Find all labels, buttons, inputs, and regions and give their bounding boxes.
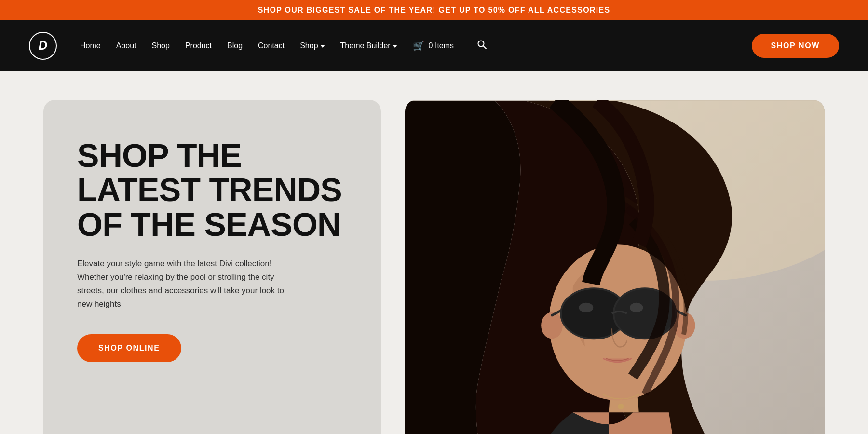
nav-item-product[interactable]: Product	[185, 41, 212, 50]
hero-card: SHOP THE LATEST TRENDS OF THE SEASON Ele…	[43, 100, 381, 434]
nav-link-theme-builder[interactable]: Theme Builder	[340, 41, 391, 50]
announcement-text: SHOP OUR BIGGEST SALE OF THE YEAR! GET U…	[258, 6, 610, 14]
hero-description: Elevate your style game with the latest …	[77, 257, 299, 311]
cart-label: 0 Items	[429, 41, 454, 50]
search-icon	[477, 40, 487, 49]
chevron-down-icon-2	[393, 45, 397, 48]
shop-online-button[interactable]: SHOP ONLINE	[77, 334, 181, 362]
navbar-left: D Home About Shop Product Blog Contact	[29, 32, 487, 60]
chevron-down-icon	[320, 45, 325, 48]
nav-item-blog[interactable]: Blog	[227, 41, 243, 50]
main-content: SHOP THE LATEST TRENDS OF THE SEASON Ele…	[0, 71, 868, 434]
search-button[interactable]	[477, 40, 487, 52]
navbar: D Home About Shop Product Blog Contact	[0, 20, 868, 71]
svg-point-13	[630, 303, 643, 312]
hero-image	[405, 100, 825, 434]
cart-icon: 🛒	[413, 40, 425, 52]
nav-item-shop-dropdown[interactable]: Shop	[300, 41, 325, 50]
nav-item-contact[interactable]: Contact	[258, 41, 285, 50]
nav-link-shop[interactable]: Shop	[152, 41, 170, 50]
svg-point-14	[618, 404, 624, 409]
announcement-bar: SHOP OUR BIGGEST SALE OF THE YEAR! GET U…	[0, 0, 868, 20]
nav-item-theme-builder[interactable]: Theme Builder	[340, 41, 397, 50]
nav-link-blog[interactable]: Blog	[227, 41, 243, 50]
logo[interactable]: D	[29, 32, 57, 60]
nav-links: Home About Shop Product Blog Contact Sho…	[80, 40, 487, 52]
nav-item-cart[interactable]: 🛒 0 Items	[413, 40, 454, 52]
nav-link-shop-dropdown[interactable]: Shop	[300, 41, 318, 50]
nav-item-shop[interactable]: Shop	[152, 41, 170, 50]
nav-link-contact[interactable]: Contact	[258, 41, 285, 50]
nav-link-product[interactable]: Product	[185, 41, 212, 50]
nav-item-about[interactable]: About	[116, 41, 136, 50]
svg-point-12	[579, 303, 593, 312]
logo-letter: D	[39, 38, 48, 53]
svg-line-1	[483, 46, 486, 49]
hero-photo-svg	[405, 100, 825, 434]
nav-link-about[interactable]: About	[116, 41, 136, 50]
hero-title: SHOP THE LATEST TRENDS OF THE SEASON	[77, 138, 347, 242]
shop-now-button[interactable]: SHOP NOW	[752, 34, 839, 58]
nav-link-home[interactable]: Home	[80, 41, 101, 50]
nav-item-search[interactable]	[469, 40, 487, 52]
nav-item-home[interactable]: Home	[80, 41, 101, 50]
